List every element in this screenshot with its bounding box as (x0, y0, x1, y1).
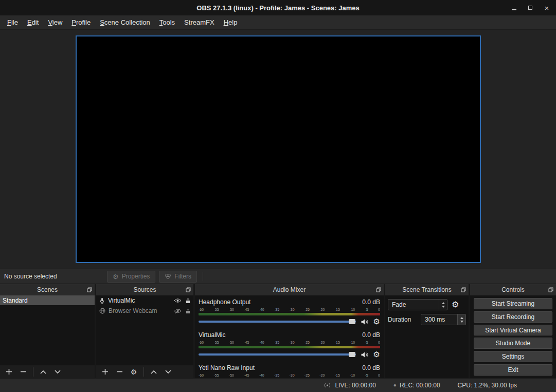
toolbar-separator (144, 367, 144, 377)
source-item-virtualmic[interactable]: VirtualMic (96, 295, 193, 306)
eye-slash-icon[interactable] (174, 308, 182, 314)
move-scene-up-button[interactable] (37, 366, 50, 378)
scale-tick: -30 (289, 307, 294, 312)
scale-tick: -20 (319, 340, 325, 345)
scale-tick: -5 (365, 340, 368, 345)
combo-arrows-icon (439, 300, 447, 310)
scale-tick: -25 (304, 340, 310, 345)
studio-mode-button[interactable]: Studio Mode (474, 338, 552, 349)
menu-edit[interactable]: Edit (23, 16, 43, 28)
source-properties-button[interactable]: ⚙ (127, 366, 140, 378)
filters-icon (165, 273, 171, 279)
gear-icon: ⚙ (131, 368, 137, 376)
menu-scene-collection[interactable]: Scene Collection (95, 16, 155, 28)
scale-tick: -15 (335, 373, 340, 378)
eye-icon[interactable] (174, 298, 182, 303)
scene-transitions-body: Fade ⚙ Duration 300 ms (385, 295, 469, 378)
remove-scene-button[interactable] (16, 366, 30, 378)
scale-tick: -10 (350, 373, 355, 378)
sources-dock-body: VirtualMic (96, 295, 193, 378)
sources-dock-title: Sources (133, 286, 156, 293)
duration-value: 300 ms (425, 316, 445, 323)
audio-mixer-dock: Audio Mixer Headphone Output 0.0 dB -60-… (195, 284, 384, 378)
menu-view[interactable]: View (43, 16, 67, 28)
gear-icon[interactable]: ⚙ (373, 351, 380, 359)
minimize-icon (512, 9, 516, 10)
move-scene-down-button[interactable] (51, 366, 64, 378)
move-source-down-button[interactable] (162, 366, 175, 378)
scale-tick: -30 (289, 373, 294, 378)
filters-button[interactable]: Filters (159, 271, 197, 283)
maximize-button[interactable] (525, 3, 535, 13)
add-source-button[interactable] (98, 366, 112, 378)
audio-meter (199, 346, 380, 348)
close-button[interactable]: × (542, 3, 552, 13)
scale-tick: -30 (289, 340, 294, 345)
popout-icon[interactable] (87, 287, 92, 292)
speaker-icon[interactable] (361, 351, 369, 358)
volume-slider-handle[interactable] (349, 352, 355, 357)
speaker-icon[interactable] (361, 319, 369, 325)
sources-dock: Sources VirtualMic (96, 284, 193, 378)
mixer-volume-db: 0.0 dB (362, 364, 380, 371)
minimize-button[interactable] (509, 3, 519, 13)
popout-icon[interactable] (461, 287, 466, 292)
scale-tick: -40 (259, 340, 264, 345)
volume-slider-handle[interactable] (349, 319, 355, 324)
add-scene-button[interactable] (2, 366, 15, 378)
preview-canvas[interactable] (76, 35, 481, 263)
popout-icon[interactable] (186, 287, 191, 292)
toolbar-separator (203, 272, 203, 281)
volume-slider[interactable] (199, 321, 356, 323)
scale-tick: -45 (244, 340, 249, 345)
volume-slider[interactable] (199, 353, 356, 356)
rec-status: ● REC: 00:00:00 (393, 382, 440, 389)
menu-help[interactable]: Help (219, 16, 242, 28)
menu-tools[interactable]: Tools (155, 16, 180, 28)
gear-icon[interactable]: ⚙ (373, 318, 380, 326)
scale-tick: -15 (335, 340, 340, 345)
mixer-db-scale: -60-55-50-45-40-35-30-25-20-15-10-50 (199, 373, 380, 378)
mixer-channel-name: Yeti Nano Raw Input (199, 364, 255, 371)
scale-tick: -10 (350, 307, 355, 312)
start-streaming-button[interactable]: Start Streaming (474, 298, 552, 309)
menu-streamfx[interactable]: StreamFX (180, 16, 219, 28)
settings-button[interactable]: Settings (474, 351, 552, 362)
toolbar-separator (33, 367, 33, 377)
scale-tick: -50 (229, 340, 234, 345)
scale-tick: -20 (319, 373, 325, 378)
scale-tick: -50 (229, 307, 234, 312)
start-virtual-camera-button[interactable]: Start Virtual Camera (474, 325, 552, 336)
mixer-channel-yeti-nano: Yeti Nano Raw Input 0.0 dB -60-55-50-45-… (199, 364, 380, 378)
scale-tick: -35 (274, 373, 279, 378)
properties-button[interactable]: ⚙ Properties (107, 271, 155, 283)
mixer-channel-virtualmic: VirtualMic 0.0 dB -60-55-50-45-40-35-30-… (199, 331, 380, 358)
move-source-up-button[interactable] (147, 366, 160, 378)
scene-item-standard[interactable]: Standard (0, 295, 95, 305)
duration-spinbox[interactable]: 300 ms (421, 314, 466, 325)
controls-dock-header: Controls (470, 284, 556, 295)
lock-icon[interactable] (186, 298, 190, 304)
remove-source-button[interactable] (113, 366, 126, 378)
window-title: OBS 27.1.3 (linux) - Profile: James - Sc… (196, 4, 359, 12)
menu-profile[interactable]: Profile (67, 16, 95, 28)
microphone-icon (99, 297, 105, 304)
start-recording-button[interactable]: Start Recording (474, 311, 552, 323)
popout-icon[interactable] (548, 287, 553, 292)
source-item-browser-webcam[interactable]: Browser Webcam (96, 306, 193, 316)
menu-file[interactable]: File (3, 16, 23, 28)
scale-tick: -35 (274, 340, 279, 345)
popout-icon[interactable] (376, 287, 381, 292)
transition-select[interactable]: Fade (388, 299, 447, 310)
lock-icon[interactable] (186, 308, 190, 314)
status-items: LIVE: 00:00:00 ● REC: 00:00:00 CPU: 1.2%… (323, 382, 517, 389)
scenes-dock: Scenes Standard (0, 284, 95, 378)
transition-gear-icon[interactable]: ⚙ (452, 301, 459, 309)
scale-tick: -55 (213, 307, 219, 312)
spin-arrows[interactable] (457, 314, 465, 325)
exit-button[interactable]: Exit (474, 364, 552, 376)
scale-tick: -5 (365, 307, 368, 312)
scenes-toolbar (0, 365, 95, 378)
menu-bar: File Edit View Profile Scene Collection … (0, 15, 556, 30)
broadcast-icon (323, 382, 332, 388)
